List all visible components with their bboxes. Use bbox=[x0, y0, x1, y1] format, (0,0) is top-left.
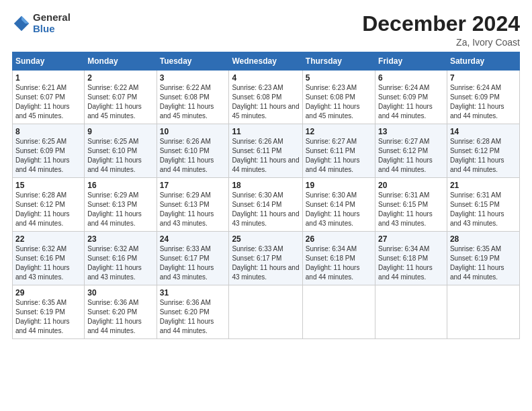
calendar-cell: 1 Sunrise: 6:21 AMSunset: 6:07 PMDayligh… bbox=[13, 71, 85, 124]
day-info: Sunrise: 6:25 AMSunset: 6:09 PMDaylight:… bbox=[15, 137, 81, 175]
day-number: 15 bbox=[15, 181, 81, 190]
day-info: Sunrise: 6:23 AMSunset: 6:08 PMDaylight:… bbox=[306, 83, 372, 121]
calendar-cell bbox=[229, 285, 302, 339]
day-info: Sunrise: 6:34 AMSunset: 6:18 PMDaylight:… bbox=[378, 244, 444, 282]
calendar-cell: 15 Sunrise: 6:28 AMSunset: 6:12 PMDaylig… bbox=[13, 178, 85, 232]
day-info: Sunrise: 6:31 AMSunset: 6:15 PMDaylight:… bbox=[378, 191, 444, 228]
day-number: 30 bbox=[87, 288, 153, 298]
header: General Blue December 2024 Za, Ivory Coa… bbox=[12, 12, 520, 48]
day-number: 14 bbox=[450, 127, 517, 136]
calendar-cell: 21 Sunrise: 6:31 AMSunset: 6:15 PMDaylig… bbox=[447, 178, 519, 232]
calendar-cell: 23 Sunrise: 6:32 AMSunset: 6:16 PMDaylig… bbox=[85, 232, 157, 285]
calendar-cell: 10 Sunrise: 6:26 AMSunset: 6:10 PMDaylig… bbox=[157, 124, 229, 178]
weekday-header-sunday: Sunday bbox=[13, 52, 85, 71]
day-number: 8 bbox=[15, 127, 81, 136]
month-title: December 2024 bbox=[362, 12, 520, 36]
calendar-cell: 11 Sunrise: 6:26 AMSunset: 6:11 PMDaylig… bbox=[229, 124, 302, 178]
logo-icon bbox=[12, 14, 31, 33]
calendar-cell: 16 Sunrise: 6:29 AMSunset: 6:13 PMDaylig… bbox=[85, 178, 157, 232]
day-info: Sunrise: 6:26 AMSunset: 6:11 PMDaylight:… bbox=[232, 137, 299, 175]
day-info: Sunrise: 6:24 AMSunset: 6:09 PMDaylight:… bbox=[450, 83, 517, 121]
day-info: Sunrise: 6:32 AMSunset: 6:16 PMDaylight:… bbox=[15, 244, 81, 282]
day-info: Sunrise: 6:34 AMSunset: 6:18 PMDaylight:… bbox=[306, 244, 372, 282]
day-number: 24 bbox=[160, 234, 226, 244]
day-number: 2 bbox=[87, 73, 153, 83]
day-number: 12 bbox=[306, 127, 372, 136]
calendar-cell: 19 Sunrise: 6:30 AMSunset: 6:14 PMDaylig… bbox=[302, 178, 375, 232]
day-info: Sunrise: 6:27 AMSunset: 6:12 PMDaylight:… bbox=[378, 137, 444, 175]
day-info: Sunrise: 6:28 AMSunset: 6:12 PMDaylight:… bbox=[450, 137, 517, 175]
day-number: 21 bbox=[450, 181, 517, 190]
calendar-cell: 14 Sunrise: 6:28 AMSunset: 6:12 PMDaylig… bbox=[447, 124, 519, 178]
weekday-header-friday: Friday bbox=[375, 52, 447, 71]
day-number: 16 bbox=[87, 181, 153, 190]
day-info: Sunrise: 6:22 AMSunset: 6:08 PMDaylight:… bbox=[160, 83, 226, 121]
day-info: Sunrise: 6:35 AMSunset: 6:19 PMDaylight:… bbox=[15, 298, 81, 336]
day-number: 17 bbox=[160, 181, 226, 190]
day-number: 31 bbox=[160, 288, 226, 298]
calendar-cell: 3 Sunrise: 6:22 AMSunset: 6:08 PMDayligh… bbox=[157, 71, 229, 124]
day-number: 13 bbox=[378, 127, 444, 136]
calendar-cell: 8 Sunrise: 6:25 AMSunset: 6:09 PMDayligh… bbox=[13, 124, 85, 178]
calendar-cell: 20 Sunrise: 6:31 AMSunset: 6:15 PMDaylig… bbox=[375, 178, 447, 232]
day-number: 28 bbox=[450, 234, 517, 244]
calendar-cell: 9 Sunrise: 6:25 AMSunset: 6:10 PMDayligh… bbox=[85, 124, 157, 178]
day-info: Sunrise: 6:31 AMSunset: 6:15 PMDaylight:… bbox=[450, 191, 517, 228]
calendar-cell: 28 Sunrise: 6:35 AMSunset: 6:19 PMDaylig… bbox=[447, 232, 519, 285]
day-info: Sunrise: 6:30 AMSunset: 6:14 PMDaylight:… bbox=[232, 191, 299, 228]
calendar-cell: 12 Sunrise: 6:27 AMSunset: 6:11 PMDaylig… bbox=[302, 124, 375, 178]
day-number: 26 bbox=[306, 234, 372, 244]
calendar-cell: 5 Sunrise: 6:23 AMSunset: 6:08 PMDayligh… bbox=[302, 71, 375, 124]
day-number: 19 bbox=[306, 181, 372, 190]
calendar-cell: 4 Sunrise: 6:23 AMSunset: 6:08 PMDayligh… bbox=[229, 71, 302, 124]
weekday-header-thursday: Thursday bbox=[302, 52, 375, 71]
week-row-4: 22 Sunrise: 6:32 AMSunset: 6:16 PMDaylig… bbox=[13, 232, 520, 285]
calendar-cell: 18 Sunrise: 6:30 AMSunset: 6:14 PMDaylig… bbox=[229, 178, 302, 232]
location: Za, Ivory Coast bbox=[362, 37, 520, 48]
calendar-cell bbox=[447, 285, 519, 339]
calendar-cell: 26 Sunrise: 6:34 AMSunset: 6:18 PMDaylig… bbox=[302, 232, 375, 285]
day-info: Sunrise: 6:25 AMSunset: 6:10 PMDaylight:… bbox=[87, 137, 153, 175]
calendar-cell: 7 Sunrise: 6:24 AMSunset: 6:09 PMDayligh… bbox=[447, 71, 519, 124]
day-number: 3 bbox=[160, 73, 226, 83]
calendar-cell bbox=[375, 285, 447, 339]
calendar-cell: 22 Sunrise: 6:32 AMSunset: 6:16 PMDaylig… bbox=[13, 232, 85, 285]
calendar-cell: 31 Sunrise: 6:36 AMSunset: 6:20 PMDaylig… bbox=[157, 285, 229, 339]
day-number: 4 bbox=[232, 73, 299, 83]
day-number: 11 bbox=[232, 127, 299, 136]
day-number: 6 bbox=[378, 73, 444, 83]
page: General Blue December 2024 Za, Ivory Coa… bbox=[0, 0, 532, 411]
logo-blue-text: Blue bbox=[33, 24, 71, 35]
day-info: Sunrise: 6:33 AMSunset: 6:17 PMDaylight:… bbox=[160, 244, 226, 282]
day-info: Sunrise: 6:26 AMSunset: 6:10 PMDaylight:… bbox=[160, 137, 226, 175]
calendar-cell bbox=[302, 285, 375, 339]
day-number: 1 bbox=[15, 73, 81, 83]
day-number: 20 bbox=[378, 181, 444, 190]
calendar-cell: 13 Sunrise: 6:27 AMSunset: 6:12 PMDaylig… bbox=[375, 124, 447, 178]
day-number: 29 bbox=[15, 288, 81, 298]
week-row-5: 29 Sunrise: 6:35 AMSunset: 6:19 PMDaylig… bbox=[13, 285, 520, 339]
title-block: December 2024 Za, Ivory Coast bbox=[362, 12, 520, 48]
day-number: 27 bbox=[378, 234, 444, 244]
calendar-cell: 27 Sunrise: 6:34 AMSunset: 6:18 PMDaylig… bbox=[375, 232, 447, 285]
day-info: Sunrise: 6:36 AMSunset: 6:20 PMDaylight:… bbox=[160, 298, 226, 336]
day-number: 18 bbox=[232, 181, 299, 190]
calendar-cell: 25 Sunrise: 6:33 AMSunset: 6:17 PMDaylig… bbox=[229, 232, 302, 285]
calendar-cell: 24 Sunrise: 6:33 AMSunset: 6:17 PMDaylig… bbox=[157, 232, 229, 285]
day-info: Sunrise: 6:22 AMSunset: 6:07 PMDaylight:… bbox=[87, 83, 153, 121]
day-number: 25 bbox=[232, 234, 299, 244]
week-row-3: 15 Sunrise: 6:28 AMSunset: 6:12 PMDaylig… bbox=[13, 178, 520, 232]
day-info: Sunrise: 6:35 AMSunset: 6:19 PMDaylight:… bbox=[450, 244, 517, 282]
day-info: Sunrise: 6:32 AMSunset: 6:16 PMDaylight:… bbox=[87, 244, 153, 282]
week-row-1: 1 Sunrise: 6:21 AMSunset: 6:07 PMDayligh… bbox=[13, 71, 520, 124]
day-info: Sunrise: 6:27 AMSunset: 6:11 PMDaylight:… bbox=[306, 137, 372, 175]
logo-text: General Blue bbox=[33, 12, 71, 34]
day-info: Sunrise: 6:30 AMSunset: 6:14 PMDaylight:… bbox=[306, 191, 372, 228]
weekday-header-saturday: Saturday bbox=[447, 52, 519, 71]
weekday-header-monday: Monday bbox=[85, 52, 157, 71]
day-number: 22 bbox=[15, 234, 81, 244]
calendar-cell: 6 Sunrise: 6:24 AMSunset: 6:09 PMDayligh… bbox=[375, 71, 447, 124]
weekday-header-tuesday: Tuesday bbox=[157, 52, 229, 71]
day-info: Sunrise: 6:24 AMSunset: 6:09 PMDaylight:… bbox=[378, 83, 444, 121]
logo: General Blue bbox=[12, 12, 71, 34]
